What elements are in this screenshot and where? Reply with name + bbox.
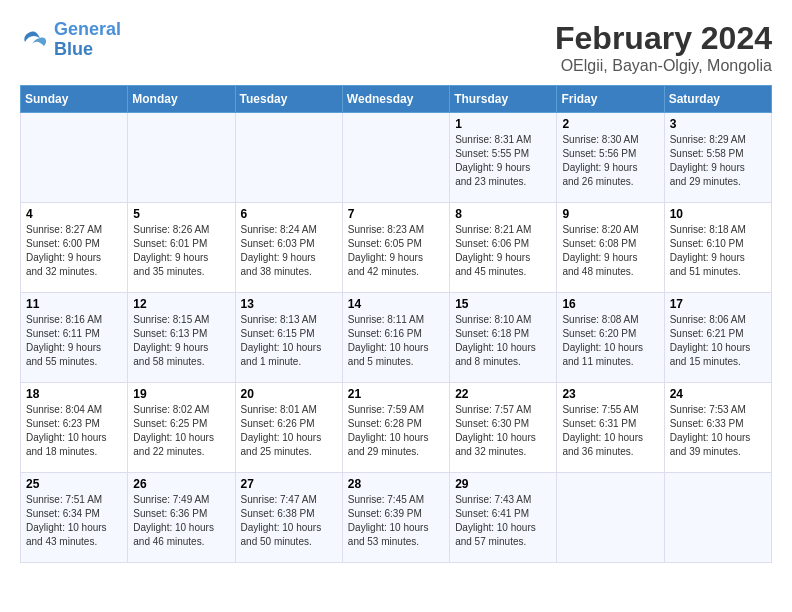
calendar-cell: 26Sunrise: 7:49 AM Sunset: 6:36 PM Dayli…: [128, 473, 235, 563]
day-info: Sunrise: 8:31 AM Sunset: 5:55 PM Dayligh…: [455, 133, 551, 189]
day-info: Sunrise: 7:45 AM Sunset: 6:39 PM Dayligh…: [348, 493, 444, 549]
calendar-cell: 15Sunrise: 8:10 AM Sunset: 6:18 PM Dayli…: [450, 293, 557, 383]
day-number: 15: [455, 297, 551, 311]
day-info: Sunrise: 8:18 AM Sunset: 6:10 PM Dayligh…: [670, 223, 766, 279]
calendar-cell: [342, 113, 449, 203]
day-info: Sunrise: 7:59 AM Sunset: 6:28 PM Dayligh…: [348, 403, 444, 459]
day-number: 26: [133, 477, 229, 491]
day-info: Sunrise: 8:11 AM Sunset: 6:16 PM Dayligh…: [348, 313, 444, 369]
logo-icon: [20, 28, 50, 52]
calendar-cell: [557, 473, 664, 563]
day-info: Sunrise: 8:02 AM Sunset: 6:25 PM Dayligh…: [133, 403, 229, 459]
calendar-cell: 7Sunrise: 8:23 AM Sunset: 6:05 PM Daylig…: [342, 203, 449, 293]
calendar-cell: 21Sunrise: 7:59 AM Sunset: 6:28 PM Dayli…: [342, 383, 449, 473]
day-info: Sunrise: 8:15 AM Sunset: 6:13 PM Dayligh…: [133, 313, 229, 369]
day-info: Sunrise: 7:47 AM Sunset: 6:38 PM Dayligh…: [241, 493, 337, 549]
logo-line1: General: [54, 19, 121, 39]
calendar-cell: [664, 473, 771, 563]
calendar-cell: 10Sunrise: 8:18 AM Sunset: 6:10 PM Dayli…: [664, 203, 771, 293]
day-number: 28: [348, 477, 444, 491]
weekday-header-thursday: Thursday: [450, 86, 557, 113]
day-number: 5: [133, 207, 229, 221]
page-subtitle: OElgii, Bayan-Olgiy, Mongolia: [555, 57, 772, 75]
calendar-cell: 3Sunrise: 8:29 AM Sunset: 5:58 PM Daylig…: [664, 113, 771, 203]
calendar-cell: [235, 113, 342, 203]
day-info: Sunrise: 8:04 AM Sunset: 6:23 PM Dayligh…: [26, 403, 122, 459]
day-info: Sunrise: 8:10 AM Sunset: 6:18 PM Dayligh…: [455, 313, 551, 369]
day-info: Sunrise: 8:26 AM Sunset: 6:01 PM Dayligh…: [133, 223, 229, 279]
day-number: 19: [133, 387, 229, 401]
calendar-cell: 16Sunrise: 8:08 AM Sunset: 6:20 PM Dayli…: [557, 293, 664, 383]
calendar-cell: 1Sunrise: 8:31 AM Sunset: 5:55 PM Daylig…: [450, 113, 557, 203]
day-number: 7: [348, 207, 444, 221]
day-number: 3: [670, 117, 766, 131]
day-number: 4: [26, 207, 122, 221]
calendar-week-row: 25Sunrise: 7:51 AM Sunset: 6:34 PM Dayli…: [21, 473, 772, 563]
calendar-week-row: 18Sunrise: 8:04 AM Sunset: 6:23 PM Dayli…: [21, 383, 772, 473]
calendar-cell: 2Sunrise: 8:30 AM Sunset: 5:56 PM Daylig…: [557, 113, 664, 203]
calendar-cell: 17Sunrise: 8:06 AM Sunset: 6:21 PM Dayli…: [664, 293, 771, 383]
logo: General Blue: [20, 20, 121, 60]
day-info: Sunrise: 7:53 AM Sunset: 6:33 PM Dayligh…: [670, 403, 766, 459]
weekday-header-saturday: Saturday: [664, 86, 771, 113]
calendar-cell: 5Sunrise: 8:26 AM Sunset: 6:01 PM Daylig…: [128, 203, 235, 293]
calendar-table: SundayMondayTuesdayWednesdayThursdayFrid…: [20, 85, 772, 563]
calendar-cell: 20Sunrise: 8:01 AM Sunset: 6:26 PM Dayli…: [235, 383, 342, 473]
calendar-cell: 25Sunrise: 7:51 AM Sunset: 6:34 PM Dayli…: [21, 473, 128, 563]
day-number: 24: [670, 387, 766, 401]
day-number: 21: [348, 387, 444, 401]
day-number: 17: [670, 297, 766, 311]
calendar-cell: 23Sunrise: 7:55 AM Sunset: 6:31 PM Dayli…: [557, 383, 664, 473]
day-number: 22: [455, 387, 551, 401]
day-info: Sunrise: 8:29 AM Sunset: 5:58 PM Dayligh…: [670, 133, 766, 189]
day-info: Sunrise: 8:13 AM Sunset: 6:15 PM Dayligh…: [241, 313, 337, 369]
day-info: Sunrise: 8:27 AM Sunset: 6:00 PM Dayligh…: [26, 223, 122, 279]
day-info: Sunrise: 8:24 AM Sunset: 6:03 PM Dayligh…: [241, 223, 337, 279]
day-number: 9: [562, 207, 658, 221]
calendar-cell: 19Sunrise: 8:02 AM Sunset: 6:25 PM Dayli…: [128, 383, 235, 473]
calendar-week-row: 1Sunrise: 8:31 AM Sunset: 5:55 PM Daylig…: [21, 113, 772, 203]
weekday-header-monday: Monday: [128, 86, 235, 113]
calendar-cell: 28Sunrise: 7:45 AM Sunset: 6:39 PM Dayli…: [342, 473, 449, 563]
calendar-cell: 9Sunrise: 8:20 AM Sunset: 6:08 PM Daylig…: [557, 203, 664, 293]
day-info: Sunrise: 8:08 AM Sunset: 6:20 PM Dayligh…: [562, 313, 658, 369]
day-info: Sunrise: 8:01 AM Sunset: 6:26 PM Dayligh…: [241, 403, 337, 459]
day-info: Sunrise: 8:21 AM Sunset: 6:06 PM Dayligh…: [455, 223, 551, 279]
title-area: February 2024 OElgii, Bayan-Olgiy, Mongo…: [555, 20, 772, 75]
weekday-header-friday: Friday: [557, 86, 664, 113]
day-number: 6: [241, 207, 337, 221]
day-info: Sunrise: 8:16 AM Sunset: 6:11 PM Dayligh…: [26, 313, 122, 369]
day-info: Sunrise: 8:30 AM Sunset: 5:56 PM Dayligh…: [562, 133, 658, 189]
day-info: Sunrise: 7:55 AM Sunset: 6:31 PM Dayligh…: [562, 403, 658, 459]
calendar-week-row: 11Sunrise: 8:16 AM Sunset: 6:11 PM Dayli…: [21, 293, 772, 383]
weekday-header-wednesday: Wednesday: [342, 86, 449, 113]
day-number: 18: [26, 387, 122, 401]
day-info: Sunrise: 8:06 AM Sunset: 6:21 PM Dayligh…: [670, 313, 766, 369]
day-info: Sunrise: 8:23 AM Sunset: 6:05 PM Dayligh…: [348, 223, 444, 279]
calendar-cell: [128, 113, 235, 203]
day-info: Sunrise: 7:57 AM Sunset: 6:30 PM Dayligh…: [455, 403, 551, 459]
calendar-cell: 13Sunrise: 8:13 AM Sunset: 6:15 PM Dayli…: [235, 293, 342, 383]
calendar-cell: 4Sunrise: 8:27 AM Sunset: 6:00 PM Daylig…: [21, 203, 128, 293]
calendar-cell: 11Sunrise: 8:16 AM Sunset: 6:11 PM Dayli…: [21, 293, 128, 383]
calendar-cell: [21, 113, 128, 203]
calendar-week-row: 4Sunrise: 8:27 AM Sunset: 6:00 PM Daylig…: [21, 203, 772, 293]
calendar-cell: 6Sunrise: 8:24 AM Sunset: 6:03 PM Daylig…: [235, 203, 342, 293]
page-title: February 2024: [555, 20, 772, 57]
logo-line2: Blue: [54, 39, 93, 59]
day-number: 25: [26, 477, 122, 491]
calendar-cell: 27Sunrise: 7:47 AM Sunset: 6:38 PM Dayli…: [235, 473, 342, 563]
day-number: 29: [455, 477, 551, 491]
weekday-header-sunday: Sunday: [21, 86, 128, 113]
header: General Blue February 2024 OElgii, Bayan…: [20, 20, 772, 75]
logo-text: General Blue: [54, 20, 121, 60]
calendar-cell: 12Sunrise: 8:15 AM Sunset: 6:13 PM Dayli…: [128, 293, 235, 383]
day-number: 27: [241, 477, 337, 491]
day-number: 14: [348, 297, 444, 311]
day-number: 8: [455, 207, 551, 221]
calendar-cell: 8Sunrise: 8:21 AM Sunset: 6:06 PM Daylig…: [450, 203, 557, 293]
day-number: 2: [562, 117, 658, 131]
weekday-header-tuesday: Tuesday: [235, 86, 342, 113]
day-info: Sunrise: 8:20 AM Sunset: 6:08 PM Dayligh…: [562, 223, 658, 279]
day-number: 23: [562, 387, 658, 401]
